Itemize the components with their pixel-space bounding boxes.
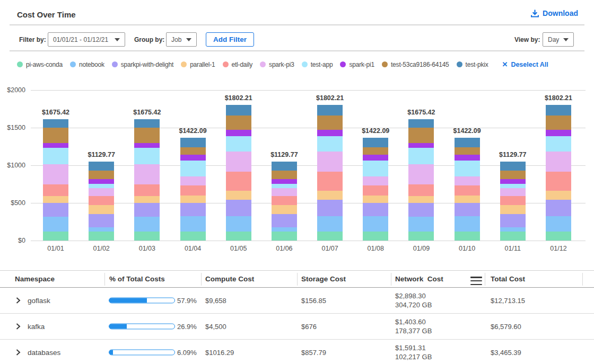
date-range-select[interactable]: 01/01/21 - 01/12/21 [48, 32, 125, 47]
bar-segment-pi-aws-conda[interactable] [43, 232, 68, 241]
bar-segment-spark-pi1[interactable] [317, 130, 343, 136]
stacked-bar-01/11[interactable] [500, 90, 526, 241]
bar-segment-spark-pi3[interactable] [500, 188, 526, 196]
bar-segment-test-app[interactable] [180, 161, 206, 176]
bar-segment-test-pkix[interactable] [180, 138, 206, 147]
bar-segment-notebook[interactable] [226, 216, 251, 232]
bar-segment-pi-aws-conda[interactable] [89, 232, 114, 241]
bar-segment-test-53ca9186-64145[interactable] [43, 128, 68, 143]
bar-segment-pi-aws-conda[interactable] [317, 232, 343, 241]
bar-segment-test-app[interactable] [43, 148, 68, 164]
bar-segment-sparkpi-with-delight[interactable] [363, 203, 388, 216]
bar-segment-notebook[interactable] [272, 227, 297, 232]
bar-segment-spark-pi3[interactable] [272, 188, 297, 196]
bar-segment-notebook[interactable] [134, 217, 160, 232]
bar-segment-parallel-1[interactable] [180, 196, 206, 203]
bar-segment-test-53ca9186-64145[interactable] [89, 171, 114, 179]
bar-segment-notebook[interactable] [363, 216, 388, 232]
bar-segment-parallel-1[interactable] [272, 205, 297, 214]
bar-segment-etl-daily[interactable] [408, 184, 434, 196]
bar-segment-notebook[interactable] [455, 216, 480, 232]
legend-item-parallel-1[interactable]: parallel-1 [181, 61, 215, 68]
bar-segment-sparkpi-with-delight[interactable] [226, 200, 251, 216]
stacked-bar-01/05[interactable] [226, 90, 251, 241]
download-button[interactable]: Download [531, 9, 578, 17]
bar-segment-test-app[interactable] [89, 184, 114, 188]
bar-segment-test-53ca9186-64145[interactable] [546, 116, 571, 130]
bar-segment-test-53ca9186-64145[interactable] [455, 147, 480, 155]
add-filter-button[interactable]: Add Filter [206, 32, 254, 47]
bar-segment-test-pkix[interactable] [43, 119, 68, 128]
bar-segment-test-app[interactable] [408, 148, 434, 164]
bar-segment-etl-daily[interactable] [226, 172, 251, 191]
bar-segment-test-app[interactable] [226, 136, 251, 151]
bar-segment-test-53ca9186-64145[interactable] [408, 128, 434, 143]
stacked-bar-01/04[interactable] [180, 90, 206, 241]
bar-segment-etl-daily[interactable] [180, 185, 206, 196]
column-header-total-cost[interactable]: Total Cost [491, 275, 525, 283]
stacked-bar-01/08[interactable] [363, 90, 388, 241]
bar-segment-parallel-1[interactable] [43, 196, 68, 203]
bar-segment-test-app[interactable] [500, 184, 526, 188]
legend-item-pi-aws-conda[interactable]: pi-aws-conda [17, 61, 63, 68]
column-header-network-cost[interactable]: Network Cost [395, 275, 443, 283]
bar-segment-parallel-1[interactable] [226, 191, 251, 200]
bar-segment-pi-aws-conda[interactable] [546, 232, 571, 241]
bar-segment-test-53ca9186-64145[interactable] [317, 116, 343, 130]
bar-segment-spark-pi1[interactable] [546, 130, 571, 136]
bar-segment-spark-pi3[interactable] [89, 188, 114, 196]
bar-segment-spark-pi1[interactable] [408, 143, 434, 148]
bar-segment-sparkpi-with-delight[interactable] [317, 200, 343, 216]
bar-segment-etl-daily[interactable] [43, 184, 68, 196]
bar-segment-etl-daily[interactable] [317, 172, 343, 191]
bar-segment-notebook[interactable] [546, 216, 571, 232]
legend-item-spark-pi1[interactable]: spark-pi1 [340, 61, 374, 68]
view-by-select[interactable]: Day [543, 32, 574, 47]
legend-item-sparkpi-with-delight[interactable]: sparkpi-with-delight [112, 61, 173, 68]
legend-item-notebook[interactable]: notebook [70, 61, 104, 68]
column-header-storage-cost[interactable]: Storage Cost [301, 275, 346, 283]
column-header--of-total-costs[interactable]: % of Total Costs [109, 275, 165, 283]
bar-segment-pi-aws-conda[interactable] [500, 232, 526, 241]
bar-segment-spark-pi3[interactable] [43, 164, 68, 184]
bar-segment-spark-pi3[interactable] [226, 152, 251, 172]
bar-segment-etl-daily[interactable] [134, 184, 160, 196]
bar-segment-test-pkix[interactable] [134, 119, 160, 128]
bar-segment-sparkpi-with-delight[interactable] [180, 203, 206, 216]
bar-segment-parallel-1[interactable] [500, 205, 526, 214]
bar-segment-test-app[interactable] [134, 148, 160, 164]
bar-segment-spark-pi3[interactable] [408, 164, 434, 184]
bar-segment-test-app[interactable] [272, 184, 297, 188]
bar-segment-etl-daily[interactable] [363, 185, 388, 196]
bar-segment-notebook[interactable] [500, 227, 526, 232]
bar-segment-sparkpi-with-delight[interactable] [455, 203, 480, 216]
bar-segment-parallel-1[interactable] [363, 196, 388, 203]
group-by-select[interactable]: Job [166, 32, 197, 47]
bar-segment-spark-pi1[interactable] [500, 179, 526, 184]
bar-segment-spark-pi3[interactable] [134, 164, 160, 184]
bar-segment-spark-pi1[interactable] [363, 155, 388, 161]
bar-segment-test-53ca9186-64145[interactable] [272, 171, 297, 179]
bar-segment-test-app[interactable] [363, 161, 388, 176]
bar-segment-test-pkix[interactable] [408, 119, 434, 128]
bar-segment-etl-daily[interactable] [89, 196, 114, 205]
bar-segment-pi-aws-conda[interactable] [272, 232, 297, 241]
bar-segment-test-53ca9186-64145[interactable] [363, 147, 388, 155]
bar-segment-spark-pi1[interactable] [134, 143, 160, 148]
bar-segment-sparkpi-with-delight[interactable] [272, 214, 297, 227]
bar-segment-notebook[interactable] [180, 216, 206, 232]
bar-segment-test-pkix[interactable] [363, 138, 388, 147]
bar-segment-spark-pi3[interactable] [546, 152, 571, 172]
bar-segment-parallel-1[interactable] [134, 196, 160, 203]
bar-segment-etl-daily[interactable] [500, 196, 526, 205]
bar-segment-parallel-1[interactable] [455, 196, 480, 203]
stacked-bar-01/07[interactable] [317, 90, 343, 241]
bar-segment-test-app[interactable] [455, 161, 480, 176]
expand-chevron-icon[interactable] [16, 297, 21, 304]
legend-item-test-pkix[interactable]: test-pkix [457, 61, 488, 68]
menu-icon[interactable] [470, 277, 482, 285]
bar-segment-pi-aws-conda[interactable] [408, 232, 434, 241]
bar-segment-spark-pi3[interactable] [363, 176, 388, 185]
expand-chevron-icon[interactable] [16, 323, 21, 330]
bar-segment-pi-aws-conda[interactable] [226, 232, 251, 241]
